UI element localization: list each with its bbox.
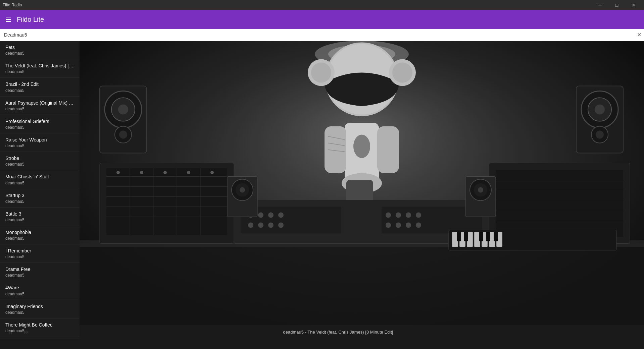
list-item[interactable]: Imaginary Friendsdeadmau5 xyxy=(0,300,80,318)
song-artist: deadmau5 xyxy=(5,88,74,93)
close-button[interactable]: ✕ xyxy=(626,0,641,10)
song-artist: deadmau5 xyxy=(5,143,74,148)
song-title: Monophobia xyxy=(5,229,74,235)
song-title: The Veldt (feat. Chris James) [8 Minute … xyxy=(5,63,74,69)
list-item[interactable]: Aural Psynapse (Original Mix) - remixdea… xyxy=(0,97,80,115)
song-title: Startup 3 xyxy=(5,192,74,198)
song-title: Aural Psynapse (Original Mix) - remix xyxy=(5,100,74,106)
title-bar-text: Flite Radio xyxy=(3,3,22,7)
list-item[interactable]: Monophobiadeadmau5 xyxy=(0,226,80,244)
song-artist: deadmau5 xyxy=(5,218,74,222)
list-item[interactable]: Petsdeadmau5 xyxy=(0,41,80,59)
song-title: Professional Griefers xyxy=(5,118,74,124)
list-item[interactable]: Channel 42 feat. Wolfgang Gartnerdeadmau… xyxy=(0,337,80,339)
player-bar: ⏸ ⏭ deadmau5 - The Veldt (feat. Chris Ja… xyxy=(0,325,644,339)
song-title: 4Ware xyxy=(5,285,74,291)
svg-rect-98 xyxy=(80,41,644,339)
list-item[interactable]: There Might Be Coffeedeadmau5 xyxy=(0,318,80,337)
title-bar-controls: ─ □ ✕ xyxy=(592,0,641,10)
maximize-button[interactable]: □ xyxy=(609,0,625,10)
list-item[interactable]: Professional Griefersdeadmau5 xyxy=(0,115,80,133)
title-bar: Flite Radio ─ □ ✕ xyxy=(0,0,644,10)
song-title: Brazil - 2nd Edit xyxy=(5,81,74,87)
song-artist: deadmau5 xyxy=(5,310,74,315)
list-item[interactable]: Raise Your Weapondeadmau5 xyxy=(0,133,80,152)
song-title: Drama Free xyxy=(5,266,74,272)
list-item[interactable]: 4Waredeadmau5 xyxy=(0,281,80,300)
song-artist: deadmau5 xyxy=(5,51,74,56)
menu-icon[interactable]: ☰ xyxy=(5,15,11,23)
app-header: ☰ Fildo Lite xyxy=(0,10,644,29)
list-item[interactable]: Brazil - 2nd Editdeadmau5 xyxy=(0,78,80,96)
song-artist: deadmau5 xyxy=(5,125,74,130)
song-list: Petsdeadmau5The Veldt (feat. Chris James… xyxy=(0,41,80,339)
search-clear-button[interactable]: ✕ xyxy=(637,32,641,38)
song-title: Strobe xyxy=(5,155,74,161)
song-title: Moar Ghosts 'n' Stuff xyxy=(5,174,74,180)
list-item[interactable]: Startup 3deadmau5 xyxy=(0,189,80,208)
song-title: Pets xyxy=(5,44,74,50)
song-title: Battle 3 xyxy=(5,211,74,217)
minimize-button[interactable]: ─ xyxy=(592,0,608,10)
song-artist: deadmau5 xyxy=(5,181,74,185)
song-artist: deadmau5 xyxy=(5,329,74,333)
list-item[interactable]: Strobedeadmau5 xyxy=(0,152,80,170)
song-artist: deadmau5 xyxy=(5,199,74,204)
list-item[interactable]: Battle 3deadmau5 xyxy=(0,208,80,226)
song-artist: deadmau5 xyxy=(5,292,74,296)
song-artist: deadmau5 xyxy=(5,107,74,111)
song-title: Imaginary Friends xyxy=(5,303,74,309)
list-item[interactable]: The Veldt (feat. Chris James) [8 Minute … xyxy=(0,59,80,78)
search-input[interactable] xyxy=(0,29,644,41)
list-item[interactable]: Moar Ghosts 'n' Stuffdeadmau5 xyxy=(0,170,80,189)
background-image-area xyxy=(80,41,644,339)
mid-section: Petsdeadmau5The Veldt (feat. Chris James… xyxy=(0,41,644,339)
song-artist: deadmau5 xyxy=(5,236,74,241)
list-item[interactable]: Drama Freedeadmau5 xyxy=(0,263,80,281)
song-artist: deadmau5 xyxy=(5,162,74,167)
app-title: Fildo Lite xyxy=(17,16,44,23)
now-playing-text: deadmau5 - The Veldt (feat. Chris James)… xyxy=(38,330,639,335)
search-bar: ✕ xyxy=(0,29,644,41)
song-title: I Remember xyxy=(5,248,74,254)
song-artist: deadmau5 xyxy=(5,254,74,259)
studio-background xyxy=(80,41,644,339)
song-artist: deadmau5 xyxy=(5,69,74,74)
song-title: Raise Your Weapon xyxy=(5,137,74,143)
song-title: There Might Be Coffee xyxy=(5,322,74,328)
song-artist: deadmau5 xyxy=(5,273,74,278)
list-item[interactable]: I Rememberdeadmau5 xyxy=(0,244,80,263)
